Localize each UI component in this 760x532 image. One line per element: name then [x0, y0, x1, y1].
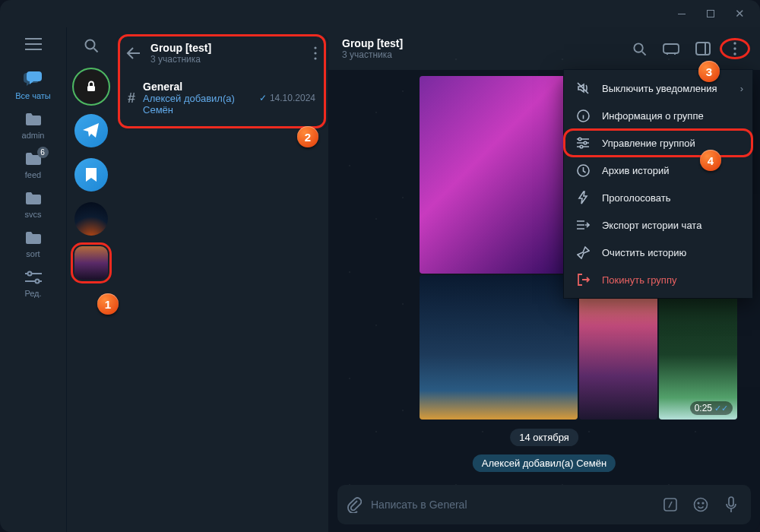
folder-label: admin [22, 131, 45, 140]
svg-point-10 [733, 42, 736, 44]
info-icon [576, 109, 590, 122]
folders-rail: Все чаты admin 6 feed svcs sort [0, 27, 67, 532]
folder-svcs[interactable]: svcs [0, 188, 66, 219]
chat-main: Group [test] 3 участника Выключит [328, 27, 760, 532]
annotation-marker-3: 3 [698, 61, 720, 82]
menu-label: Очистить историю [602, 247, 686, 258]
date-separator: 14 октября [510, 429, 578, 446]
menu-leave-group[interactable]: Покинуть группу [564, 266, 752, 293]
menu-label: Покинуть группу [602, 274, 676, 286]
folder-all-chats[interactable]: Все чаты [0, 70, 66, 100]
topic-panel-title: Group [test] [150, 42, 303, 54]
svg-point-0 [27, 272, 31, 276]
svg-point-2 [86, 40, 95, 49]
menu-mute[interactable]: Выключить уведомления › [564, 74, 752, 102]
topic-last-message: Алексей добавил(а) Семён [143, 93, 252, 116]
chat-avatar-sunset[interactable] [74, 202, 108, 236]
window-close-button[interactable]: ✕ [725, 3, 754, 24]
chat-avatar-saved[interactable] [74, 158, 108, 192]
annotation-marker-1: 1 [97, 293, 119, 315]
folder-admin[interactable]: admin [0, 109, 66, 140]
check-icon: ✓ [259, 93, 267, 103]
topic-name: General [143, 81, 252, 93]
clock-icon [576, 164, 590, 177]
lock-icon [84, 80, 98, 93]
leave-icon [576, 274, 590, 286]
chat-search-button[interactable] [626, 42, 652, 56]
folder-feed[interactable]: 6 feed [0, 149, 66, 179]
chat-bubble-icon [23, 70, 44, 90]
chevron-right-icon: › [740, 83, 743, 94]
command-button[interactable] [660, 497, 681, 512]
menu-stories-archive[interactable]: Архив историй [564, 157, 752, 184]
folder-label: Ред. [24, 289, 41, 298]
svg-point-14 [578, 138, 581, 141]
video-duration: 0:25 ✓✓ [690, 401, 733, 415]
folder-icon [24, 188, 43, 208]
voice-button[interactable] [720, 496, 742, 513]
svg-point-20 [698, 502, 699, 504]
svg-point-16 [580, 145, 583, 148]
topic-panel-more-button[interactable] [314, 46, 317, 60]
emoji-button[interactable] [690, 497, 711, 512]
menu-clear-history[interactable]: Очистить историю [564, 239, 752, 266]
menu-boost[interactable]: Проголосовать [564, 184, 752, 211]
topic-panel: Group [test] 3 участника # General Алекс… [116, 27, 328, 532]
message-input[interactable] [371, 499, 651, 511]
svg-point-1 [35, 280, 39, 283]
menu-manage-group[interactable]: Управление группой [564, 129, 752, 157]
chat-avatar-story[interactable] [74, 70, 108, 103]
bookmark-icon [85, 167, 97, 182]
video-chat-button[interactable] [658, 42, 684, 55]
media-tile[interactable] [420, 275, 578, 420]
chat-avatar-group-test[interactable] [74, 246, 108, 280]
bolt-icon [576, 191, 590, 204]
chat-avatars-column [67, 27, 116, 532]
annotation-marker-4: 4 [700, 150, 721, 171]
svg-point-12 [733, 52, 736, 55]
folder-badge: 6 [37, 147, 49, 158]
chat-members: 3 участника [342, 49, 620, 60]
folder-label: svcs [25, 210, 42, 219]
sliders-icon [24, 268, 43, 287]
folder-label: Все чаты [15, 91, 51, 100]
hash-icon: # [128, 90, 135, 106]
window-maximize-button[interactable] [696, 3, 725, 24]
read-check-icon: ✓✓ [714, 404, 728, 413]
sidebar-toggle-button[interactable] [690, 42, 716, 55]
folder-sort[interactable]: sort [0, 228, 66, 258]
back-button[interactable] [126, 47, 140, 59]
chat-avatar-telegram[interactable] [74, 114, 108, 147]
system-message: Алексей добавил(а) Семён [473, 454, 616, 472]
menu-info[interactable]: Информация о группе [564, 102, 752, 129]
svg-point-19 [695, 499, 708, 511]
media-tile[interactable] [420, 76, 578, 274]
main-menu-button[interactable] [25, 38, 42, 50]
export-icon [576, 219, 590, 231]
menu-label: Выключить уведомления [602, 83, 717, 94]
svg-rect-8 [663, 44, 679, 53]
chat-title[interactable]: Group [test] [342, 37, 620, 49]
menu-export[interactable]: Экспорт истории чата [564, 211, 752, 239]
svg-point-11 [733, 47, 736, 49]
svg-point-7 [634, 43, 642, 52]
folder-label: feed [25, 170, 41, 179]
window-minimize-button[interactable] [667, 3, 696, 24]
chat-header: Group [test] 3 участника [328, 27, 760, 70]
chat-more-button[interactable] [722, 40, 748, 57]
chat-more-menu: Выключить уведомления › Информация о гру… [564, 70, 752, 298]
menu-label: Информация о группе [602, 110, 704, 122]
folder-icon [24, 109, 43, 129]
attach-button[interactable] [347, 496, 362, 513]
svg-rect-9 [696, 43, 710, 55]
search-button[interactable] [84, 38, 99, 59]
menu-label: Проголосовать [602, 192, 670, 204]
folder-edit[interactable]: Ред. [0, 268, 66, 298]
topic-general-row[interactable]: # General Алексей добавил(а) Семён ✓ 14.… [116, 74, 328, 122]
topic-date: ✓ 14.10.2024 [259, 93, 315, 103]
plane-icon [82, 122, 100, 139]
svg-point-21 [702, 502, 704, 504]
topic-panel-members: 3 участника [150, 54, 303, 65]
titlebar: ✕ [0, 0, 760, 27]
menu-label: Экспорт истории чата [602, 220, 701, 231]
